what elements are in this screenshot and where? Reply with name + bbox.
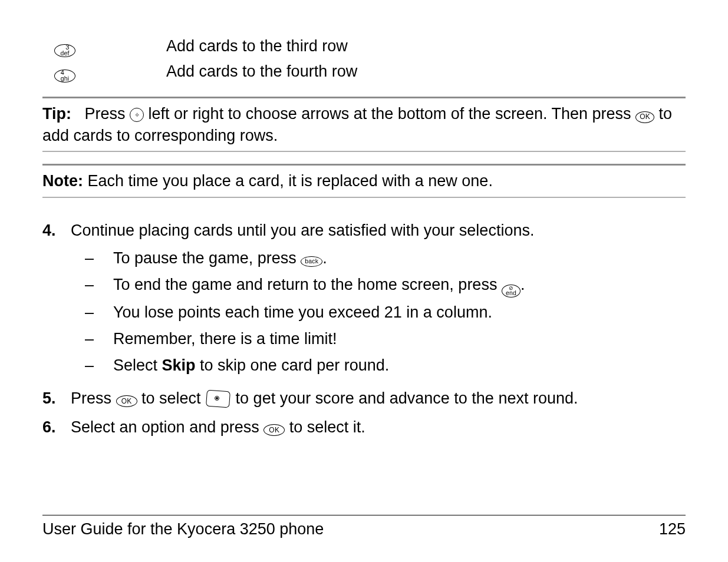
- step-item: 6.Select an option and press OK to selec…: [42, 416, 686, 439]
- sub-list: –To pause the game, press back.–To end t…: [71, 247, 686, 378]
- step-body: Continue placing cards until you are sat…: [71, 219, 686, 381]
- note-callout: Note: Each time you place a card, it is …: [42, 164, 686, 197]
- step-item: 5.Press OK to select to get your score a…: [42, 387, 686, 410]
- footer-title: User Guide for the Kyocera 3250 phone: [42, 520, 324, 538]
- step-body: Press OK to select to get your score and…: [71, 387, 686, 410]
- key-3-def-icon: 3 def: [54, 44, 75, 57]
- key-row-table: 3 def Add cards to the third row 4 ghi A…: [42, 35, 357, 86]
- step-item: 4.Continue placing cards until you are s…: [42, 219, 686, 381]
- tip-callout: Tip: Press ✧ left or right to choose arr…: [42, 97, 686, 152]
- navigation-key-icon: ✧: [130, 108, 144, 122]
- end-key-icon: ⊘end: [502, 285, 521, 297]
- sub-item: –Remember, there is a time limit!: [71, 328, 686, 351]
- dash-bullet: –: [85, 328, 113, 351]
- step-number: 4.: [42, 219, 71, 381]
- ok-key-icon: OK: [263, 424, 285, 436]
- sub-item: –Select Skip to skip one card per round.: [71, 354, 686, 377]
- score-card-icon: [206, 391, 230, 407]
- key-4-ghi-icon: 4 ghi: [54, 70, 75, 82]
- step-body: Select an option and press OK to select …: [71, 416, 686, 439]
- ok-key-icon: OK: [116, 395, 137, 407]
- dash-bullet: –: [85, 354, 113, 377]
- sub-item: –To pause the game, press back.: [71, 247, 686, 270]
- step-number: 6.: [42, 416, 71, 439]
- step-list: 4.Continue placing cards until you are s…: [42, 219, 686, 439]
- dash-bullet: –: [85, 247, 113, 270]
- dash-bullet: –: [85, 273, 113, 297]
- tip-label: Tip:: [42, 105, 71, 123]
- sub-item: –You lose points each time you exceed 21…: [71, 301, 686, 324]
- dash-bullet: –: [85, 301, 113, 324]
- back-key-icon: back: [301, 256, 322, 267]
- key-row: 3 def Add cards to the third row: [42, 35, 357, 61]
- key-row-text: Add cards to the fourth row: [166, 61, 357, 86]
- key-row: 4 ghi Add cards to the fourth row: [42, 61, 357, 86]
- note-text: Each time you place a card, it is replac…: [88, 172, 493, 190]
- sub-item: –To end the game and return to the home …: [71, 273, 686, 297]
- note-label: Note:: [42, 172, 83, 190]
- step-number: 5.: [42, 387, 71, 410]
- footer-page-number: 125: [659, 520, 686, 538]
- key-row-text: Add cards to the third row: [166, 35, 357, 61]
- ok-key-icon: OK: [635, 111, 654, 123]
- page-footer: User Guide for the Kyocera 3250 phone 12…: [42, 515, 686, 539]
